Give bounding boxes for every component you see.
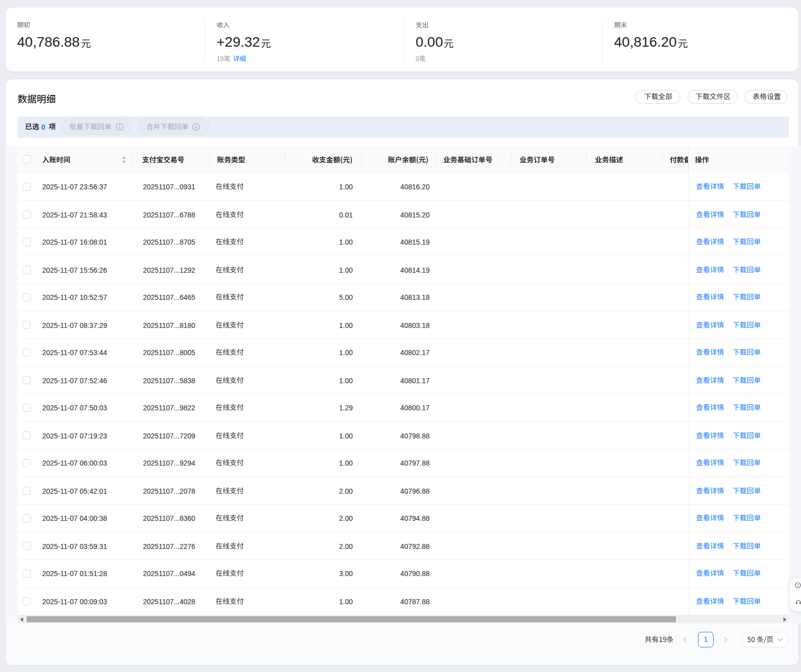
svg-text:?: ? [797, 583, 799, 587]
